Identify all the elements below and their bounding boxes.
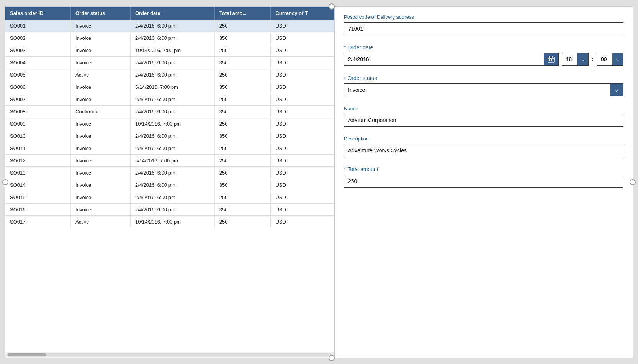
table-row[interactable]: SO005Active2/4/2016, 6:00 pm250USD <box>5 69 334 81</box>
svg-rect-7 <box>551 60 552 61</box>
resize-handle-bottom[interactable] <box>329 355 335 361</box>
table-row[interactable]: SO007Invoice2/4/2016, 6:00 pm250USD <box>5 93 334 105</box>
form-panel: Postal code of Delivery address *Order d… <box>335 7 633 358</box>
order-status-input[interactable] <box>344 84 610 96</box>
sales-orders-table: Sales order ID Order status Order date T… <box>5 7 334 228</box>
table-cell-total_amount: 350 <box>214 81 271 93</box>
table-cell-order_status: Confirmed <box>71 105 131 118</box>
table-row[interactable]: SO011Invoice2/4/2016, 6:00 pm250USD <box>5 142 334 154</box>
table-cell-order_date: 2/4/2016, 6:00 pm <box>130 166 214 179</box>
table-row[interactable]: SO008Confirmed2/4/2016, 6:00 pm350USD <box>5 105 334 118</box>
total-amount-input[interactable] <box>344 175 623 188</box>
table-cell-total_amount: 250 <box>214 20 271 32</box>
resize-handle-right[interactable] <box>630 179 636 185</box>
name-input[interactable] <box>344 114 623 127</box>
table-cell-total_amount: 350 <box>214 203 271 215</box>
table-cell-currency: USD <box>271 142 334 154</box>
hour-dropdown-button[interactable]: ⌵ <box>577 53 588 65</box>
table-cell-total_amount: 250 <box>214 166 271 179</box>
table-row[interactable]: SO013Invoice2/4/2016, 6:00 pm250USD <box>5 166 334 179</box>
table-cell-sales_order_id: SO004 <box>5 56 71 69</box>
table-cell-currency: USD <box>271 56 334 69</box>
table-cell-total_amount: 250 <box>214 215 271 228</box>
table-cell-sales_order_id: SO008 <box>5 105 71 118</box>
col-order-date: Order date <box>130 7 214 20</box>
order-status-label: *Order status <box>344 75 623 81</box>
table-cell-order_status: Invoice <box>71 154 131 166</box>
scroll-track <box>7 353 333 357</box>
hour-wrapper: 18 ⌵ <box>562 53 589 66</box>
resize-handle-left[interactable] <box>2 179 8 185</box>
table-row[interactable]: SO010Invoice2/4/2016, 6:00 pm350USD <box>5 130 334 142</box>
table-row[interactable]: SO002Invoice2/4/2016, 6:00 pm350USD <box>5 32 334 44</box>
table-cell-total_amount: 250 <box>214 154 271 166</box>
name-label: Name <box>344 106 623 111</box>
table-row[interactable]: SO012Invoice5/14/2016, 7:00 pm250USD <box>5 154 334 166</box>
table-cell-total_amount: 250 <box>214 142 271 154</box>
horizontal-scrollbar[interactable] <box>5 352 334 358</box>
minute-wrapper: 00 ⌵ <box>597 53 623 66</box>
table-row[interactable]: SO004Invoice2/4/2016, 6:00 pm350USD <box>5 56 334 69</box>
minute-dropdown-button[interactable]: ⌵ <box>612 53 623 65</box>
table-row[interactable]: SO015Invoice2/4/2016, 6:00 pm250USD <box>5 191 334 203</box>
table-row[interactable]: SO009Invoice10/14/2016, 7:00 pm250USD <box>5 118 334 130</box>
table-row[interactable]: SO014Invoice2/4/2016, 6:00 pm350USD <box>5 179 334 191</box>
name-field: Name <box>344 106 623 127</box>
date-input-wrapper <box>344 53 559 66</box>
table-cell-currency: USD <box>271 81 334 93</box>
table-row[interactable]: SO006Invoice5/14/2016, 7:00 pm350USD <box>5 81 334 93</box>
table-row[interactable]: SO017Active10/14/2016, 7:00 pm250USD <box>5 215 334 228</box>
table-cell-sales_order_id: SO012 <box>5 154 71 166</box>
table-cell-total_amount: 350 <box>214 130 271 142</box>
table-cell-currency: USD <box>271 130 334 142</box>
table-cell-sales_order_id: SO005 <box>5 69 71 81</box>
table-row[interactable]: SO016Invoice2/4/2016, 6:00 pm350USD <box>5 203 334 215</box>
calendar-button[interactable] <box>544 53 558 65</box>
table-cell-currency: USD <box>271 191 334 203</box>
table-cell-sales_order_id: SO002 <box>5 32 71 44</box>
table-cell-total_amount: 350 <box>214 105 271 118</box>
table-cell-order_date: 2/4/2016, 6:00 pm <box>130 130 214 142</box>
postal-code-field: Postal code of Delivery address <box>344 14 623 35</box>
table-cell-currency: USD <box>271 93 334 105</box>
table-cell-order_date: 2/4/2016, 6:00 pm <box>130 93 214 105</box>
table-cell-order_status: Invoice <box>71 56 131 69</box>
table-cell-order_status: Active <box>71 69 131 81</box>
date-input[interactable] <box>344 53 544 65</box>
table-cell-total_amount: 250 <box>214 191 271 203</box>
table-cell-order_date: 2/4/2016, 6:00 pm <box>130 179 214 191</box>
table-cell-order_status: Invoice <box>71 179 131 191</box>
table-cell-order_status: Invoice <box>71 166 131 179</box>
postal-code-input[interactable] <box>344 22 623 35</box>
table-scroll-area[interactable]: Sales order ID Order status Order date T… <box>5 7 334 352</box>
table-cell-order_date: 2/4/2016, 6:00 pm <box>130 203 214 215</box>
table-cell-sales_order_id: SO017 <box>5 215 71 228</box>
table-cell-total_amount: 350 <box>214 56 271 69</box>
order-status-dropdown-button[interactable]: ⌵ <box>610 84 623 96</box>
col-total-amount: Total amo... <box>214 7 271 20</box>
resize-handle-top[interactable] <box>329 3 335 10</box>
table-cell-order_status: Invoice <box>71 130 131 142</box>
order-date-label: *Order date <box>344 44 623 51</box>
table-cell-sales_order_id: SO001 <box>5 20 71 32</box>
order-status-field: *Order status ⌵ <box>344 75 623 96</box>
table-cell-sales_order_id: SO010 <box>5 130 71 142</box>
table-cell-total_amount: 250 <box>214 69 271 81</box>
description-input[interactable] <box>344 144 623 157</box>
col-order-status: Order status <box>71 7 131 20</box>
table-cell-currency: USD <box>271 44 334 56</box>
table-cell-order_status: Invoice <box>71 191 131 203</box>
table-cell-currency: USD <box>271 179 334 191</box>
total-amount-required: * <box>344 166 346 172</box>
table-row[interactable]: SO001Invoice2/4/2016, 6:00 pm250USD <box>5 20 334 32</box>
description-label: Description <box>344 136 623 142</box>
table-cell-currency: USD <box>271 105 334 118</box>
table-cell-order_date: 2/4/2016, 6:00 pm <box>130 69 214 81</box>
table-cell-sales_order_id: SO007 <box>5 93 71 105</box>
order-date-field: *Order date <box>344 44 623 66</box>
table-row[interactable]: SO003Invoice10/14/2016, 7:00 pm250USD <box>5 44 334 56</box>
table-cell-order_status: Invoice <box>71 81 131 93</box>
date-time-row: 18 ⌵ : 00 ⌵ <box>344 53 623 66</box>
table-cell-order_status: Invoice <box>71 93 131 105</box>
total-amount-field: *Total amount <box>344 166 623 188</box>
